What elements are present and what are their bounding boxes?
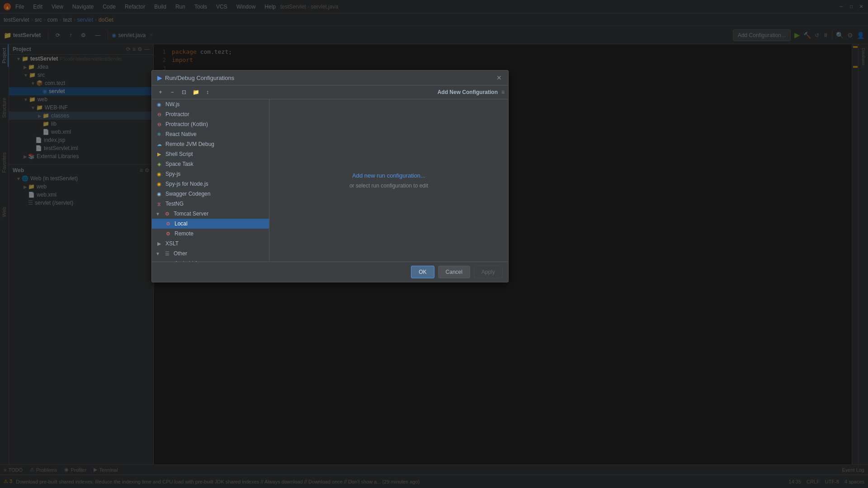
config-item-spyjs[interactable]: ◉ Spy-js [152,169,269,179]
modal-footer: OK Cancel Apply [152,262,508,282]
config-item-android-app[interactable]: ◉ Android App [152,258,269,262]
spyjs-label: Spy-js [165,171,180,177]
config-section-tomcat[interactable]: ▼ ⚙ Tomcat Server [152,209,269,219]
modal-sort-button[interactable]: ↕ [203,87,212,97]
config-item-protractor[interactable]: ⊖ Protractor [152,109,269,119]
config-section-other[interactable]: ▼ ☰ Other [152,249,269,258]
spyjs-node-icon: ◉ [156,180,163,188]
config-item-tomcat-local[interactable]: ⚙ Local [152,219,269,229]
modal-body: ◉ NW.js ⊖ Protractor ⊖ Protractor (Kotli… [152,99,508,262]
tomcat-icon: ⚙ [164,210,171,217]
tomcat-remote-icon: ⚙ [165,230,172,237]
modal-cancel-button[interactable]: Cancel [438,266,470,278]
config-item-shell-script[interactable]: ▶ Shell Script [152,149,269,159]
add-run-config-link[interactable]: Add new run configuration... [352,172,425,179]
config-item-space-task[interactable]: ◈ Space Task [152,159,269,169]
modal-overlay: ▶ Run/Debug Configurations ✕ + − ⊡ 📁 ↕ A… [0,0,868,488]
tomcat-local-label: Local [175,221,188,227]
modal-remove-button[interactable]: − [167,87,177,97]
modal-copy-button[interactable]: ⊡ [179,87,189,97]
config-list: ◉ NW.js ⊖ Protractor ⊖ Protractor (Kotli… [152,99,269,262]
config-item-tomcat-remote[interactable]: ⚙ Remote [152,229,269,239]
xslt-label: XSLT [165,240,179,247]
modal-title-area: ▶ Run/Debug Configurations [157,74,234,81]
protractor-kotlin-icon: ⊖ [156,121,163,128]
spyjs-icon: ◉ [156,170,163,178]
modal-content: Add new run configuration... or select r… [269,99,508,262]
config-item-xslt[interactable]: ▶ XSLT [152,239,269,249]
tomcat-label: Tomcat Server [174,211,208,217]
nwjs-icon: ◉ [156,101,163,108]
swagger-icon: ◉ [156,190,163,197]
modal-ok-button[interactable]: OK [411,266,434,278]
config-item-swagger[interactable]: ◉ Swagger Codegen [152,189,269,199]
config-item-react-native[interactable]: ⚛ React Native [152,129,269,139]
add-new-config-label: Add New Configuration [438,89,498,95]
tomcat-local-icon: ⚙ [165,220,172,227]
swagger-label: Swagger Codegen [165,191,210,197]
nwjs-label: NW.js [165,101,179,108]
remote-jvm-label: Remote JVM Debug [165,141,214,147]
protractor-label: Protractor [165,111,189,117]
other-expand-arrow: ▼ [156,251,160,256]
space-task-icon: ◈ [156,160,163,168]
react-icon: ⚛ [156,131,163,138]
run-debug-modal: ▶ Run/Debug Configurations ✕ + − ⊡ 📁 ↕ A… [151,70,509,282]
modal-toolbar: + − ⊡ 📁 ↕ Add New Configuration ≡ [152,85,508,99]
config-item-testng[interactable]: ⧖ TestNG [152,199,269,209]
tomcat-remote-label: Remote [175,230,193,237]
config-item-spyjs-node[interactable]: ◉ Spy-js for Node.js [152,179,269,189]
xslt-icon: ▶ [156,240,163,247]
config-hint-text: or select run configuration to edit [349,183,428,189]
testng-icon: ⧖ [156,200,163,207]
shell-icon: ▶ [156,150,163,158]
modal-close-button[interactable]: ✕ [495,74,503,81]
shell-script-label: Shell Script [165,151,193,157]
config-item-nwjs[interactable]: ◉ NW.js [152,99,269,109]
config-item-protractor-kotlin[interactable]: ⊖ Protractor (Kotlin) [152,119,269,129]
config-item-remote-jvm[interactable]: ☁ Remote JVM Debug [152,139,269,149]
protractor-icon: ⊖ [156,111,163,118]
other-label: Other [174,250,187,257]
modal-header: ▶ Run/Debug Configurations ✕ [152,70,508,85]
modal-apply-button[interactable]: Apply [474,266,503,278]
modal-add-button[interactable]: + [156,87,165,97]
react-native-label: React Native [165,131,197,137]
other-icon: ☰ [164,250,171,257]
remote-jvm-icon: ☁ [156,141,163,148]
modal-title-text: Run/Debug Configurations [165,75,234,81]
testng-label: TestNG [165,201,184,207]
protractor-kotlin-label: Protractor (Kotlin) [165,121,208,127]
modal-filter-icon[interactable]: ≡ [501,89,505,95]
spyjs-node-label: Spy-js for Node.js [165,181,208,187]
tomcat-expand-arrow: ▼ [156,211,160,216]
modal-folder-button[interactable]: 📁 [191,87,201,97]
space-task-label: Space Task [165,161,193,167]
modal-icon: ▶ [157,74,162,81]
